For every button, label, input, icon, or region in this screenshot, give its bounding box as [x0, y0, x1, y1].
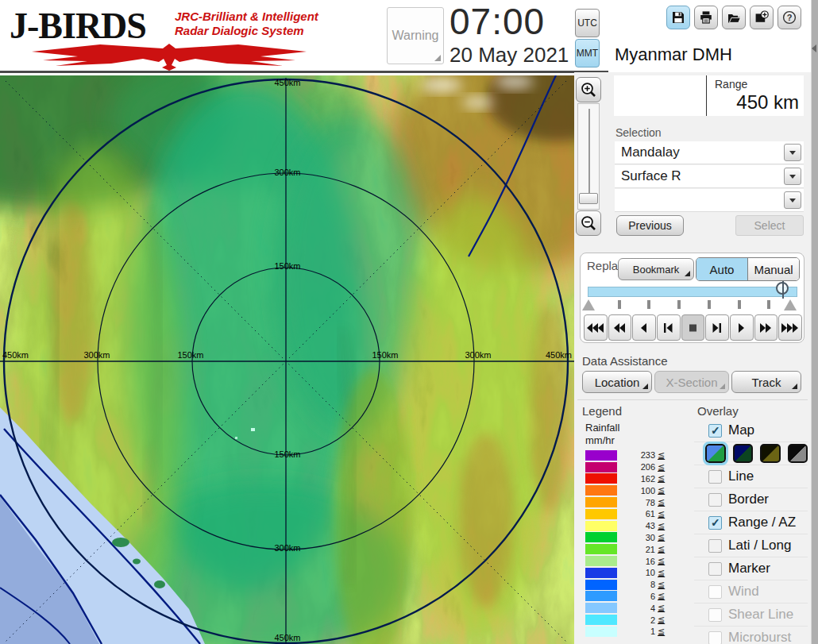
range-value: 450 km — [715, 91, 799, 114]
chevron-down-icon — [789, 199, 796, 202]
rewind-all-icon — [586, 322, 605, 334]
auto-mode-button[interactable]: Auto — [696, 258, 747, 280]
checkbox[interactable] — [708, 562, 722, 576]
save-button[interactable] — [666, 6, 690, 29]
mmt-toggle-button[interactable]: MMT — [575, 39, 600, 67]
timeline-start-marker[interactable] — [582, 299, 595, 310]
option-dropdown[interactable] — [615, 189, 804, 212]
product-dropdown-button[interactable] — [784, 168, 801, 185]
checkbox[interactable] — [708, 539, 722, 553]
checkbox[interactable] — [708, 470, 722, 484]
checkbox[interactable] — [708, 516, 722, 530]
overlay-item-lati-long[interactable]: Lati / Long — [694, 534, 808, 557]
play-button[interactable] — [730, 314, 754, 341]
overlay-item-line[interactable]: Line — [694, 465, 808, 488]
bookmark-button[interactable]: Bookmark — [618, 258, 694, 280]
location-button[interactable]: Location — [582, 371, 652, 393]
replay-timeline-track[interactable] — [588, 287, 797, 297]
warning-button[interactable]: Warning — [387, 7, 444, 64]
chevron-down-icon — [789, 175, 796, 179]
utc-toggle-button[interactable]: UTC — [575, 9, 600, 37]
legend-value: 100 — [617, 486, 655, 496]
site-dropdown-button[interactable] — [784, 144, 801, 161]
overlay-item-marker[interactable]: Marker — [694, 557, 808, 580]
legend-row: 206≦ — [585, 461, 689, 473]
rainfall-legend: Rainfall mm/hr 233≦206≦162≦100≦78≦61≦43≦… — [585, 422, 689, 638]
range-distance-label: 450km — [274, 633, 300, 642]
timeline-tick — [677, 300, 681, 309]
range-display-box: Range 450 km — [614, 75, 804, 116]
product-dropdown[interactable]: Surface R — [615, 165, 804, 188]
open-folder-icon — [727, 10, 741, 25]
legend-color-swatch — [585, 615, 617, 625]
legend-suffix: ≦ — [658, 532, 665, 542]
select-button[interactable]: Select — [735, 215, 804, 236]
forward-all-button[interactable] — [778, 314, 802, 341]
rewind-all-button[interactable] — [584, 314, 608, 341]
option-dropdown-button[interactable] — [784, 191, 801, 209]
overlay-item-label: Lati / Long — [728, 538, 791, 553]
map-zoom-slider[interactable] — [577, 103, 600, 210]
legend-row: 100≦ — [585, 484, 689, 496]
stop-button[interactable] — [681, 314, 705, 341]
printer-icon — [699, 10, 713, 25]
legend-suffix: ≦ — [658, 462, 665, 472]
play-icon — [732, 322, 751, 334]
legend-color-swatch — [585, 521, 617, 531]
map-style-swatch[interactable] — [733, 444, 754, 463]
overlay-item-border[interactable]: Border — [694, 488, 808, 511]
overlay-item-label: Map — [728, 422, 754, 438]
previous-button[interactable]: Previous — [616, 215, 684, 236]
chevron-down-icon — [789, 151, 796, 155]
map-zoom-out-button[interactable] — [576, 210, 601, 236]
x-section-button[interactable]: X-Section — [654, 371, 729, 393]
open-folder-button[interactable] — [722, 6, 746, 29]
legend-row: 30≦ — [585, 532, 689, 544]
map-style-swatch[interactable] — [705, 444, 726, 463]
help-button[interactable]: ? — [777, 6, 801, 29]
panel-collapse-strip[interactable] — [811, 0, 818, 644]
legend-row: 16≦ — [585, 555, 689, 567]
checkbox[interactable] — [708, 493, 722, 507]
legend-suffix: ≦ — [658, 450, 665, 461]
fast-forward-button[interactable] — [754, 314, 778, 341]
rewind-button[interactable] — [608, 314, 632, 341]
checkbox — [708, 608, 722, 622]
timeline-tick — [708, 300, 711, 309]
legend-suffix: ≦ — [658, 580, 665, 590]
zoom-slider-handle[interactable] — [579, 193, 598, 204]
overlay-item-label: Line — [728, 469, 754, 484]
site-dropdown[interactable]: Mandalay — [615, 141, 804, 164]
legend-row: 43≦ — [585, 520, 689, 532]
overlay-item-map[interactable]: Map — [694, 419, 808, 442]
overlay-item-range-az[interactable]: Range / AZ — [694, 511, 808, 534]
checkbox[interactable] — [708, 424, 722, 438]
track-menu-indicator — [792, 384, 797, 389]
data-assistance-label: Data Assistance — [582, 354, 668, 368]
track-button[interactable]: Track — [731, 371, 801, 393]
legend-suffix: ≦ — [658, 485, 665, 496]
step-back-button[interactable] — [657, 314, 681, 341]
legend-title-line1: Rainfall — [585, 422, 689, 434]
range-distance-label: 150km — [177, 350, 203, 360]
map-style-swatch[interactable] — [788, 444, 808, 463]
print-button[interactable] — [694, 6, 718, 29]
step-forward-button[interactable] — [705, 314, 729, 341]
legend-value: 10 — [617, 568, 655, 577]
map-style-swatch[interactable] — [760, 444, 781, 463]
selection-label: Selection — [615, 126, 662, 139]
legend-color-swatch — [585, 497, 617, 507]
overlay-item-microburst: Microburst — [694, 627, 808, 644]
add-image-button[interactable] — [750, 6, 774, 29]
timeline-end-marker[interactable] — [784, 299, 797, 310]
save-icon — [671, 10, 685, 25]
play-reverse-button[interactable] — [632, 314, 656, 341]
manual-mode-button[interactable]: Manual — [747, 258, 799, 280]
legend-value: 16 — [617, 557, 655, 566]
legend-color-swatch — [585, 532, 617, 542]
legend-value: 21 — [617, 545, 655, 554]
warning-button-label: Warning — [392, 29, 439, 43]
map-zoom-in-button[interactable] — [576, 77, 601, 102]
fast-forward-icon — [757, 322, 776, 334]
radar-map-view[interactable]: 450km300km150km150km300km450km450km300km… — [0, 75, 574, 644]
